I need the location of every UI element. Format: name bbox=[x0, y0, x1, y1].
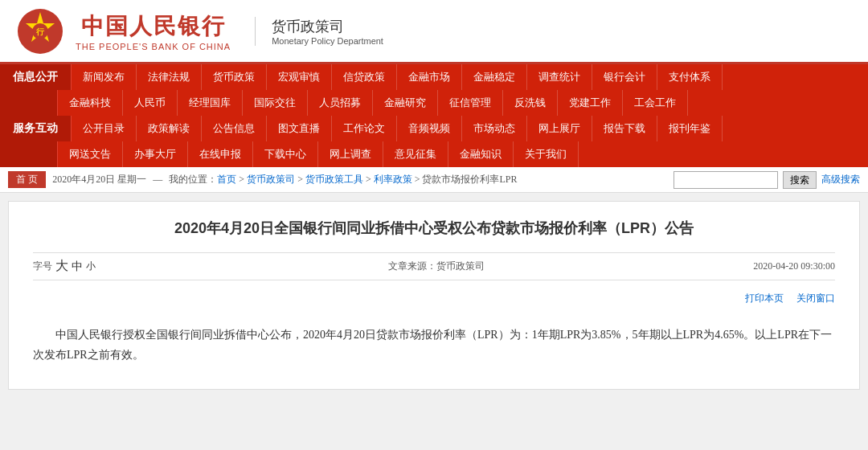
nav-item-treasury[interactable]: 经理国库 bbox=[178, 90, 243, 116]
breadcrumb-current: 贷款市场报价利率LPR bbox=[422, 174, 517, 185]
dept-english-text: Monetary Policy Department bbox=[272, 36, 383, 46]
nav-item-finresearch[interactable]: 金融研究 bbox=[373, 90, 438, 116]
nav-item-law[interactable]: 法律法规 bbox=[137, 64, 202, 90]
nav-row-1-items: 新闻发布 法律法规 货币政策 宏观审慎 信贷政策 金融市场 金融稳定 调查统计 … bbox=[72, 64, 868, 90]
article-actions: 打印本页 关闭窗口 bbox=[33, 288, 835, 309]
nav-item-union[interactable]: 工会工作 bbox=[623, 90, 688, 116]
nav-row-3-items: 公开目录 政策解读 公告信息 图文直播 工作论文 音频视频 市场动态 网上展厅 … bbox=[72, 116, 868, 141]
logo-area: 行 中国人民银行 THE PEOPLE'S BANK OF CHINA bbox=[16, 7, 231, 55]
breadcrumb-date: 2020年4月20日 星期一 bbox=[52, 173, 146, 186]
nav-item-credit[interactable]: 信贷政策 bbox=[332, 64, 397, 90]
breadcrumb-sep: — bbox=[153, 174, 162, 186]
nav-item-news[interactable]: 新闻发布 bbox=[72, 64, 137, 90]
nav-item-recruit[interactable]: 人员招募 bbox=[308, 90, 373, 116]
font-medium-button[interactable]: 中 bbox=[72, 260, 83, 274]
nav-item-announcement[interactable]: 公告信息 bbox=[202, 116, 267, 141]
breadcrumb-tool-link[interactable]: 货币政策工具 bbox=[305, 174, 363, 185]
nav-item-opinion[interactable]: 意见征集 bbox=[383, 141, 448, 167]
font-large-button[interactable]: 大 bbox=[55, 258, 68, 275]
font-size-label: 字号 bbox=[33, 260, 52, 273]
search-input[interactable] bbox=[674, 171, 778, 189]
nav-item-rmb[interactable]: 人民币 bbox=[123, 90, 178, 116]
search-area: 搜索 高级搜索 bbox=[674, 171, 860, 189]
breadcrumb-rate-link[interactable]: 利率政策 bbox=[374, 174, 412, 185]
nav-item-market-dyn[interactable]: 市场动态 bbox=[462, 116, 527, 141]
main-content: 2020年4月20日全国银行间同业拆借中心受权公布贷款市场报价利率（LPR）公告… bbox=[8, 201, 860, 390]
logo-text-area: 中国人民银行 THE PEOPLE'S BANK OF CHINA bbox=[76, 11, 231, 51]
nav-row-2: 金融科技 人民币 经理国库 国际交往 人员招募 金融研究 征信管理 反洗钱 党建… bbox=[0, 90, 868, 116]
breadcrumb-bar: 首 页 2020年4月20日 星期一 — 我的位置：首页 > 货币政策司 > 货… bbox=[0, 167, 868, 193]
navigation: 信息公开 新闻发布 法律法规 货币政策 宏观审慎 信贷政策 金融市场 金融稳定 … bbox=[0, 64, 868, 167]
nav-item-finstab[interactable]: 金融稳定 bbox=[462, 64, 527, 90]
bank-emblem: 行 bbox=[16, 7, 64, 55]
nav-item-macro[interactable]: 宏观审慎 bbox=[267, 64, 332, 90]
font-small-button[interactable]: 小 bbox=[86, 260, 96, 273]
nav-row-4: 网送文告 办事大厅 在线申报 下载中心 网上调查 意见征集 金融知识 关于我们 bbox=[0, 141, 868, 167]
nav-label-empty2 bbox=[0, 141, 58, 167]
article-body: 中国人民银行授权全国银行间同业拆借中心公布，2020年4月20日贷款市场报价利率… bbox=[33, 317, 835, 373]
nav-item-finknow[interactable]: 金融知识 bbox=[448, 141, 514, 167]
nav-item-onlineapp[interactable]: 在线申报 bbox=[188, 141, 253, 167]
nav-item-report-dl[interactable]: 报告下载 bbox=[592, 116, 657, 141]
nav-item-opendir[interactable]: 公开目录 bbox=[72, 116, 137, 141]
nav-label-service: 服务互动 bbox=[0, 116, 72, 141]
nav-item-livestream[interactable]: 图文直播 bbox=[267, 116, 332, 141]
nav-item-stats[interactable]: 调查统计 bbox=[527, 64, 592, 90]
nav-item-payment[interactable]: 支付体系 bbox=[657, 64, 723, 90]
nav-item-paper[interactable]: 工作论文 bbox=[332, 116, 397, 141]
nav-row-1: 信息公开 新闻发布 法律法规 货币政策 宏观审慎 信贷政策 金融市场 金融稳定 … bbox=[0, 64, 868, 90]
nav-item-party[interactable]: 党建工作 bbox=[558, 90, 623, 116]
article-datetime: 2020-04-20 09:30:00 bbox=[753, 260, 835, 272]
article-title: 2020年4月20日全国银行间同业拆借中心受权公布贷款市场报价利率（LPR）公告 bbox=[33, 218, 835, 239]
close-window-button[interactable]: 关闭窗口 bbox=[796, 292, 835, 305]
nav-item-monetary[interactable]: 货币政策 bbox=[202, 64, 267, 90]
nav-row-4-items: 网送文告 办事大厅 在线申报 下载中心 网上调查 意见征集 金融知识 关于我们 bbox=[58, 141, 868, 167]
nav-item-finmarket[interactable]: 金融市场 bbox=[397, 64, 462, 90]
article-meta: 字号 大 中 小 文章来源：货币政策司 2020-04-20 09:30:00 bbox=[33, 252, 835, 280]
nav-item-aboutus[interactable]: 关于我们 bbox=[514, 141, 579, 167]
source-value: 货币政策司 bbox=[436, 260, 485, 272]
breadcrumb-path: 我的位置：首页 > 货币政策司 > 货币政策工具 > 利率政策 > 贷款市场报价… bbox=[169, 173, 517, 186]
breadcrumb-dept-link[interactable]: 货币政策司 bbox=[247, 174, 295, 185]
nav-item-download[interactable]: 下载中心 bbox=[253, 141, 318, 167]
nav-item-netnotice[interactable]: 网送文告 bbox=[58, 141, 123, 167]
nav-label-empty1 bbox=[0, 90, 58, 116]
nav-item-yearbook[interactable]: 报刊年鉴 bbox=[657, 116, 723, 141]
advanced-search-link[interactable]: 高级搜索 bbox=[821, 173, 860, 186]
nav-item-aml[interactable]: 反洗钱 bbox=[503, 90, 558, 116]
dept-area: 货币政策司 Monetary Policy Department bbox=[255, 17, 383, 46]
nav-item-online-hall[interactable]: 网上展厅 bbox=[527, 116, 592, 141]
nav-item-hall[interactable]: 办事大厅 bbox=[123, 141, 188, 167]
nav-item-policyinterp[interactable]: 政策解读 bbox=[137, 116, 202, 141]
nav-item-intl[interactable]: 国际交往 bbox=[243, 90, 308, 116]
search-button[interactable]: 搜索 bbox=[783, 171, 817, 189]
nav-item-audio[interactable]: 音频视频 bbox=[397, 116, 462, 141]
print-button[interactable]: 打印本页 bbox=[745, 292, 784, 305]
nav-item-fintech[interactable]: 金融科技 bbox=[58, 90, 123, 116]
nav-row-3: 服务互动 公开目录 政策解读 公告信息 图文直播 工作论文 音频视频 市场动态 … bbox=[0, 116, 868, 141]
header: 行 中国人民银行 THE PEOPLE'S BANK OF CHINA 货币政策… bbox=[0, 0, 868, 64]
nav-label-info: 信息公开 bbox=[0, 64, 72, 90]
dept-chinese-text: 货币政策司 bbox=[272, 17, 383, 36]
logo-chinese-text: 中国人民银行 bbox=[81, 11, 226, 42]
logo-english-text: THE PEOPLE'S BANK OF CHINA bbox=[76, 42, 231, 51]
nav-item-survey[interactable]: 网上调查 bbox=[318, 141, 383, 167]
svg-text:行: 行 bbox=[35, 27, 45, 36]
font-size-control: 字号 大 中 小 bbox=[33, 258, 96, 275]
home-button[interactable]: 首 页 bbox=[8, 171, 46, 188]
nav-item-banking[interactable]: 银行会计 bbox=[592, 64, 657, 90]
source-label: 文章来源： bbox=[388, 260, 436, 272]
nav-item-credit-mgmt[interactable]: 征信管理 bbox=[438, 90, 503, 116]
article-source: 文章来源：货币政策司 bbox=[120, 260, 753, 273]
breadcrumb-home-link[interactable]: 首页 bbox=[217, 174, 236, 185]
nav-row-2-items: 金融科技 人民币 经理国库 国际交往 人员招募 金融研究 征信管理 反洗钱 党建… bbox=[58, 90, 868, 116]
